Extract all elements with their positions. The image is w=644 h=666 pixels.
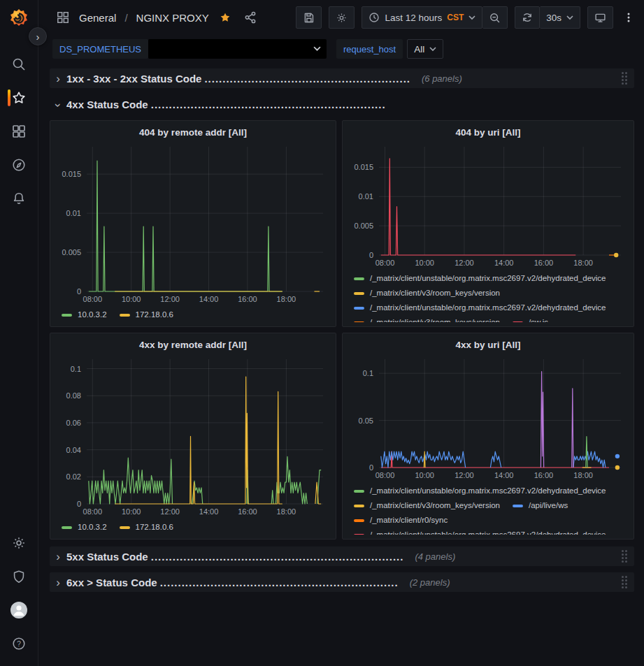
tv-mode-button[interactable]: [587, 6, 613, 29]
row-chevron-icon: ›: [52, 577, 64, 588]
x-tick-label: 14:00: [199, 295, 219, 303]
legend-swatch: [513, 321, 523, 323]
legend-item[interactable]: /_matrix/client/unstable/org.matrix.msc2…: [354, 271, 606, 286]
legend-item[interactable]: /_matrix/client/unstable/org.matrix.msc2…: [354, 301, 606, 315]
panel-title[interactable]: 404 by uri [All]: [348, 123, 628, 141]
sidebar-item-help[interactable]: ?: [0, 627, 38, 660]
row-drag-handle[interactable]: [620, 549, 629, 564]
y-tick-label: 0.005: [62, 248, 81, 256]
row-drag-handle[interactable]: [620, 574, 629, 590]
refresh-controls: 30s: [515, 6, 580, 29]
row-1xx-3xx-2xx[interactable]: › 1xx - 3xx - 2xx Status Code ..........…: [50, 68, 634, 88]
y-tick-label: 0.015: [62, 170, 81, 178]
panel-chart[interactable]: 00.050.108:0010:0012:0014:0016:0018:00: [348, 354, 628, 482]
row-6xx[interactable]: › 6xx > Status Code ....................…: [50, 572, 634, 592]
row-4xx[interactable]: › 4xx Status Code ......................…: [50, 94, 634, 114]
legend-swatch: [354, 534, 364, 535]
sidebar-item-alerting[interactable]: [0, 182, 38, 215]
legend-swatch: [354, 321, 364, 323]
favorite-star-button[interactable]: [216, 8, 234, 27]
sidebar-item-server-admin[interactable]: [0, 560, 38, 593]
panel-title[interactable]: 4xx by remote addr [All]: [56, 335, 330, 354]
legend-label: /_matrix/client/unstable/org.matrix.msc2…: [370, 271, 606, 286]
row-panel-count: (4 panels): [415, 551, 455, 562]
legend-label: /_matrix/client/v3/room_keys/version: [370, 286, 500, 301]
breadcrumb-title[interactable]: NGINX PROXY: [136, 12, 209, 24]
row-title: 6xx > Status Code: [66, 577, 157, 588]
sidebar-item-configuration[interactable]: [0, 526, 38, 560]
legend-item[interactable]: 10.0.3.2: [62, 520, 107, 535]
legend-label: /_matrix/client/r0/sync: [370, 513, 448, 528]
x-tick-label: 16:00: [238, 507, 257, 516]
variable-datasource-label[interactable]: DS_PROMETHEUS: [52, 39, 148, 59]
legend-item[interactable]: /sw.js: [513, 315, 548, 322]
apps-grid-icon: [11, 124, 27, 139]
breadcrumb-section[interactable]: General: [79, 12, 116, 24]
sidebar-item-starred[interactable]: [0, 81, 38, 115]
variable-datasource-value[interactable]: [148, 39, 327, 59]
save-dashboard-button[interactable]: [296, 6, 322, 29]
y-tick-label: 0.015: [354, 163, 373, 171]
share-button[interactable]: [241, 8, 259, 27]
series-line: [381, 159, 576, 255]
legend-item[interactable]: /_matrix/client/v3/room_keys/version: [354, 286, 500, 301]
sidebar-item-explore[interactable]: [0, 148, 38, 182]
timezone-label: CST: [447, 13, 464, 22]
more-options-button[interactable]: [620, 9, 637, 26]
row-drag-handle[interactable]: [620, 71, 629, 86]
legend-label: /_matrix/client/v3/room_keys/version: [370, 315, 500, 322]
chart-svg: 00.050.108:0010:0012:0014:0016:0018:00: [348, 354, 628, 482]
y-tick-label: 0: [369, 251, 373, 259]
legend-item[interactable]: 172.18.0.6: [120, 307, 173, 322]
x-tick-label: 16:00: [534, 259, 554, 267]
grafana-logo[interactable]: [8, 8, 29, 31]
variable-request-host-label[interactable]: request_host: [336, 39, 403, 59]
panel-chart[interactable]: 00.0050.010.01508:0010:0012:0014:0016:00…: [56, 141, 330, 305]
legend-item[interactable]: /_matrix/client/unstable/org.matrix.msc2…: [354, 528, 606, 535]
row-title: 5xx Status Code: [66, 551, 148, 563]
variable-request-host-value[interactable]: All: [407, 39, 443, 59]
refresh-icon: [522, 12, 533, 23]
sidebar-item-profile[interactable]: [0, 593, 38, 627]
time-range-picker[interactable]: Last 12 hours CST: [362, 6, 482, 29]
legend-item[interactable]: /_matrix/client/r0/sync: [354, 513, 448, 528]
y-tick-label: 0: [369, 463, 373, 472]
y-tick-label: 0.04: [66, 446, 81, 454]
sidebar-expand-button[interactable]: ›: [29, 27, 47, 45]
legend-item[interactable]: /_matrix/client/v3/room_keys/version: [354, 498, 500, 513]
x-tick-label: 16:00: [534, 471, 554, 479]
x-tick-label: 14:00: [199, 507, 219, 516]
legend-item[interactable]: /api/live/ws: [513, 498, 568, 513]
row-leader-dots: ........................................…: [204, 73, 410, 85]
row-leader-dots: ........................................…: [151, 551, 404, 563]
dashboard-settings-button[interactable]: [329, 6, 355, 29]
zoom-out-time-button[interactable]: [482, 6, 508, 29]
series-line: [573, 451, 606, 468]
legend-item[interactable]: /_matrix/client/v3/room_keys/version: [354, 315, 500, 322]
sidebar-item-search[interactable]: [0, 48, 38, 81]
legend-item[interactable]: /_matrix/client/unstable/org.matrix.msc2…: [354, 484, 606, 498]
panel-title[interactable]: 404 by remote addr [All]: [56, 123, 330, 141]
legend-label: /api/live/ws: [529, 498, 568, 513]
panel-chart[interactable]: 00.020.040.060.080.108:0010:0012:0014:00…: [56, 354, 330, 518]
legend-label: /_matrix/client/unstable/org.matrix.msc2…: [370, 484, 606, 498]
x-tick-label: 12:00: [160, 507, 180, 516]
x-tick-label: 12:00: [455, 471, 474, 479]
row-5xx[interactable]: › 5xx Status Code ......................…: [50, 546, 634, 566]
legend-item[interactable]: 172.18.0.6: [120, 520, 173, 535]
panel-title[interactable]: 4xx by uri [All]: [348, 335, 628, 354]
x-tick-label: 08:00: [83, 295, 103, 303]
series-line: [586, 437, 587, 468]
refresh-button[interactable]: [515, 6, 540, 29]
series-line: [271, 491, 273, 504]
gear-icon: [336, 12, 348, 24]
panel-chart[interactable]: 00.0050.010.01508:0010:0012:0014:0016:00…: [348, 141, 628, 269]
legend-swatch: [354, 490, 364, 493]
y-tick-label: 0.08: [66, 391, 81, 400]
save-icon: [303, 12, 315, 24]
sidebar-item-dashboards[interactable]: [0, 115, 38, 148]
legend-item[interactable]: 10.0.3.2: [62, 307, 107, 322]
panel-legend: 10.0.3.2172.18.0.6: [56, 305, 330, 322]
row-chevron-icon: ›: [52, 551, 64, 563]
refresh-interval-picker[interactable]: 30s: [540, 6, 580, 29]
